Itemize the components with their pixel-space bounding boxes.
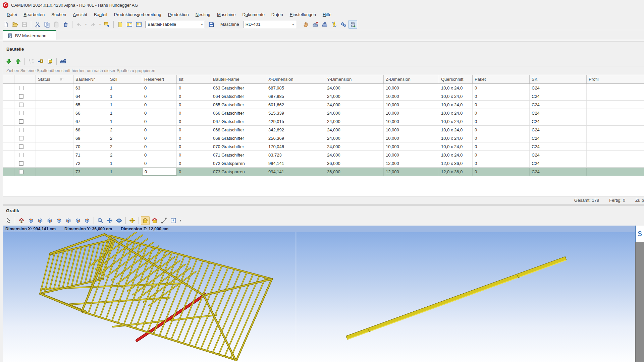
row-checkbox[interactable] [19,128,23,132]
cube-view-top-button[interactable] [55,216,63,225]
column-header-soll[interactable]: Soll [108,75,142,83]
cube-view-left-button[interactable] [64,216,73,225]
table-view-button[interactable] [135,20,143,29]
dropdown-caret[interactable]: ▾ [178,219,182,222]
table-row-70[interactable]: 70200070 Gratschifter170,04624,00010,000… [3,142,644,151]
menu-bauteil[interactable]: Bauteil [91,11,111,18]
row-checkbox[interactable] [19,170,23,174]
machine-setup-button[interactable] [311,20,320,29]
row-checkbox[interactable] [19,94,23,99]
column-header-status[interactable]: Status [36,75,73,83]
table-row-72[interactable]: 72100072 Gratsparren994,14136,00012,0001… [3,159,644,168]
row-checkbox[interactable] [19,103,23,107]
row-checkbox[interactable] [19,86,23,90]
table-row-67[interactable]: 67100067 Gratschifter429,01524,00010,000… [3,117,644,126]
machine-select-combo[interactable]: RD-401▾ [243,21,296,28]
column-header-reserviert[interactable]: Reserviert [142,75,177,83]
row-checkbox[interactable] [19,161,23,166]
cube-view-left-button[interactable] [36,216,45,225]
group-by-bar[interactable]: Ziehen Sie eine Spaltenüberschrift hierh… [3,66,644,75]
column-header-querschnitt[interactable]: Querschnitt [439,75,473,83]
add-package-button[interactable] [36,57,45,66]
menu-nesting[interactable]: Nesting [192,11,214,18]
house-full-button[interactable] [141,216,150,225]
tab-bv-mustermann[interactable]: BV Mustermann [3,30,56,40]
view-select-combo[interactable]: Bauteil-Tabelle▾ [145,21,205,28]
column-header-y-dimension[interactable]: Y-Dimension [325,75,384,83]
dropdown-caret[interactable]: ▾ [98,23,102,26]
export-part-button[interactable] [46,57,54,66]
column-header-bauteil-nr[interactable]: Bauteil-Nr [73,75,108,83]
row-checkbox[interactable] [19,153,23,157]
copy-button[interactable] [43,20,51,29]
table-row-69[interactable]: 69200069 Gratschifter256,36924,00010,000… [3,134,644,142]
cube-view-right-button[interactable] [73,216,82,225]
roof-structure-3d-scene[interactable] [3,226,644,362]
menu-suchen[interactable]: Suchen [48,11,69,18]
menu-datei[interactable]: Datei [3,11,20,18]
column-header-ist[interactable]: Ist [177,75,211,83]
machine-transfer-button[interactable] [320,20,329,29]
menu-hilfe[interactable]: Hilfe [319,11,335,18]
new-document-button[interactable] [1,20,10,29]
measure-distance-button[interactable] [160,216,168,225]
menu-bearbeiten[interactable]: Bearbeiten [20,11,48,18]
cube-view-top-button[interactable] [26,216,35,225]
arrow-down-button[interactable] [4,57,13,66]
column-header-paket[interactable]: Paket [473,75,530,83]
delete-button[interactable] [61,20,70,29]
select-cursor-button[interactable] [4,216,13,225]
zoom-button[interactable] [96,216,105,225]
table-row-66[interactable]: 66100066 Gratschifter515,33924,00010,000… [3,109,644,117]
menu-dokumente[interactable]: Dokumente [239,11,268,18]
dropdown-caret[interactable]: ▾ [84,23,88,26]
column-header-z-dimension[interactable]: Z-Dimension [384,75,439,83]
side-panel-tab[interactable]: S [635,226,644,242]
open-folder-button[interactable] [11,20,19,29]
table-row-65[interactable]: 65100065 Gratschifter601,66224,00010,000… [3,101,644,109]
refresh-production-button[interactable] [330,20,338,29]
pan-button[interactable] [105,216,114,225]
chevron-down-icon[interactable]: ▾ [199,23,205,26]
orbit-button[interactable] [115,216,123,225]
cube-view-top-button[interactable] [83,216,92,225]
column-header-sk[interactable]: SK [530,75,587,83]
menu-ansicht[interactable]: Ansicht [69,11,91,18]
project-structure-button[interactable] [103,20,111,29]
table-row-63[interactable]: 63100063 Gratschifter687,98524,00010,000… [3,84,644,92]
table-row-71[interactable]: 71200071 Gratschifter83,72324,00010,0001… [3,151,644,159]
menu-daten[interactable]: Daten [268,11,286,18]
column-header-profil[interactable]: Profil [587,75,644,83]
options-z-button[interactable] [169,216,178,225]
home-view-button[interactable] [17,216,26,225]
row-checkbox[interactable] [19,136,23,140]
cube-view-right-button[interactable] [45,216,54,225]
row-checkbox[interactable] [19,119,23,124]
table-row-68[interactable]: 68200068 Gratschifter342,69224,00010,000… [3,126,644,134]
settings-gears-button[interactable] [339,20,348,29]
print-transfer-button[interactable] [348,20,357,29]
column-header-x-dimension[interactable]: X-Dimension [266,75,325,83]
table-row-64[interactable]: 64100064 Gratschifter687,98524,00010,000… [3,92,644,101]
save-view-button[interactable] [207,20,216,29]
cut-button[interactable] [33,20,42,29]
menu-einstellungen[interactable]: Einstellungen [286,11,319,18]
hand-tool-button[interactable] [302,20,310,29]
row-checkbox[interactable] [19,144,23,149]
ruler-cross-button[interactable] [128,216,137,225]
house-part-button[interactable] [150,216,159,225]
row-indicator [3,92,14,100]
menu-produktionsvorbereitung[interactable]: Produktionsvorbereitung [111,11,165,18]
row-checkbox[interactable] [19,111,23,115]
y-cell: 24,000 [325,117,384,125]
graphics-viewport-3d[interactable]: Dimension X: 994,141 cm Dimension Y: 36,… [3,226,644,362]
table-row-73[interactable]: 73100073 Gratsparren994,14136,00012,0001… [3,168,644,176]
send-machine-button[interactable] [59,57,67,66]
menu-maschine[interactable]: Maschine [214,11,239,18]
document-view-button[interactable] [116,20,124,29]
split-view-button[interactable] [125,20,134,29]
column-header-bauteil-name[interactable]: Bauteil-Name [211,75,266,83]
arrow-up-button[interactable] [14,57,22,66]
menu-produktion[interactable]: Produktion [165,11,192,18]
chevron-down-icon[interactable]: ▾ [290,23,296,26]
